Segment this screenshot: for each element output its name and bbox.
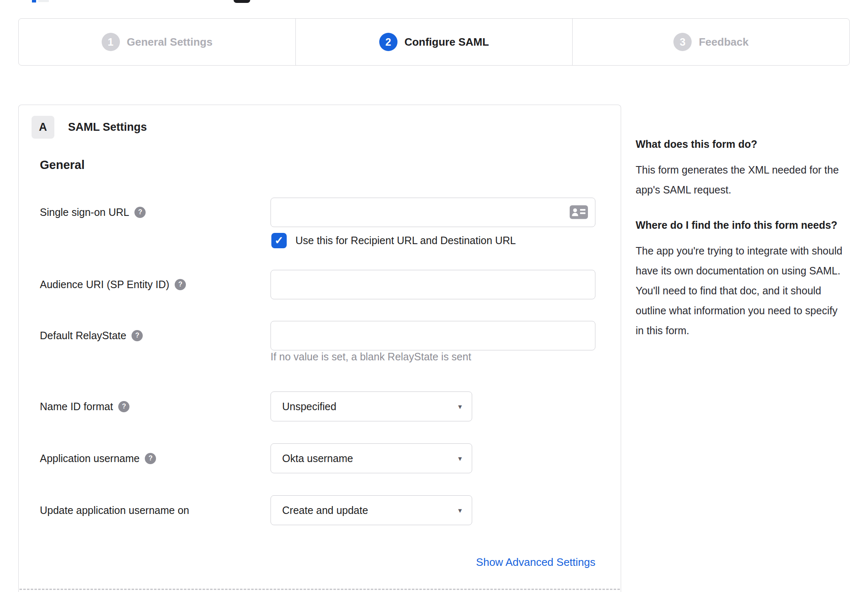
step-1-label: General Settings — [127, 36, 213, 49]
audience-uri-row: Audience URI (SP Entity ID) ? — [40, 269, 595, 299]
sso-url-input[interactable] — [271, 198, 595, 227]
application-username-label: Application username — [40, 453, 139, 465]
application-username-value: Okta username — [282, 453, 353, 465]
help-sidebar: What does this form do? This form genera… — [636, 134, 845, 340]
cutoff-gray-fragment — [38, 0, 49, 2]
application-username-label-wrap: Application username ? — [40, 453, 271, 465]
relay-state-hint: If no value is set, a blank RelayState i… — [271, 351, 471, 363]
relay-state-label-wrap: Default RelayState ? — [40, 330, 271, 342]
sso-url-row: Single sign-on URL ? — [40, 197, 595, 227]
name-id-format-select[interactable]: Unspecified ▼ — [271, 391, 472, 421]
step-configure-saml[interactable]: 2 Configure SAML — [295, 19, 573, 65]
step-1-circle: 1 — [102, 33, 120, 51]
name-id-format-label: Name ID format — [40, 401, 113, 413]
section-dashed-divider — [20, 589, 620, 590]
update-username-value: Create and update — [282, 504, 368, 516]
sidebar-answer-1: This form generates the XML needed for t… — [636, 160, 845, 200]
sso-url-input-wrap — [271, 198, 595, 227]
cutoff-dark-fragment — [234, 0, 250, 3]
audience-uri-input-wrap — [271, 270, 595, 299]
step-feedback[interactable]: 3 Feedback — [572, 19, 849, 65]
relay-state-input[interactable] — [271, 321, 595, 350]
audience-uri-label-wrap: Audience URI (SP Entity ID) ? — [40, 279, 271, 291]
help-icon[interactable]: ? — [134, 207, 146, 218]
saml-settings-panel: A SAML Settings General Single sign-on U… — [18, 105, 621, 592]
contact-card-icon[interactable] — [569, 205, 588, 220]
sso-url-label-wrap: Single sign-on URL ? — [40, 206, 271, 218]
sidebar-question-1: What does this form do? — [636, 134, 845, 154]
step-2-circle: 2 — [379, 33, 397, 51]
sidebar-answer-2: The app you're trying to integrate with … — [636, 241, 845, 340]
application-username-select[interactable]: Okta username ▼ — [271, 443, 472, 473]
page: 1 General Settings 2 Configure SAML 3 Fe… — [0, 0, 868, 592]
sso-url-label: Single sign-on URL — [40, 206, 129, 218]
recipient-url-checkbox-label[interactable]: Use this for Recipient URL and Destinati… — [295, 235, 516, 247]
audience-uri-label: Audience URI (SP Entity ID) — [40, 279, 169, 291]
step-3-label: Feedback — [699, 36, 749, 49]
relay-state-label: Default RelayState — [40, 330, 126, 342]
update-username-label: Update application username on — [40, 504, 189, 516]
name-id-format-label-wrap: Name ID format ? — [40, 401, 271, 413]
general-section-heading: General — [40, 158, 85, 172]
panel-title: SAML Settings — [68, 116, 147, 139]
chevron-down-icon: ▼ — [457, 455, 463, 462]
update-username-row: Update application username on Create an… — [40, 495, 472, 525]
audience-uri-input[interactable] — [271, 270, 595, 299]
help-icon[interactable]: ? — [145, 453, 156, 464]
step-2-label: Configure SAML — [405, 36, 489, 49]
sidebar-question-2: Where do I find the info this form needs… — [636, 215, 845, 235]
show-advanced-settings-link[interactable]: Show Advanced Settings — [476, 556, 595, 569]
name-id-format-row: Name ID format ? Unspecified ▼ — [40, 391, 472, 421]
relay-state-input-wrap — [271, 321, 595, 350]
application-username-row: Application username ? Okta username ▼ — [40, 443, 472, 473]
recipient-url-checkbox[interactable]: ✓ — [271, 233, 287, 248]
chevron-down-icon: ▼ — [457, 507, 463, 514]
wizard-stepper: 1 General Settings 2 Configure SAML 3 Fe… — [18, 18, 850, 66]
recipient-url-checkbox-row: ✓ Use this for Recipient URL and Destina… — [271, 231, 516, 250]
relay-state-row: Default RelayState ? — [40, 320, 595, 350]
cutoff-blue-fragment — [32, 0, 36, 2]
section-a-badge: A — [32, 116, 54, 139]
help-icon[interactable]: ? — [118, 401, 129, 412]
help-icon[interactable]: ? — [175, 279, 186, 290]
update-username-select[interactable]: Create and update ▼ — [271, 495, 472, 525]
update-username-label-wrap: Update application username on — [40, 504, 271, 516]
help-icon[interactable]: ? — [132, 330, 143, 341]
chevron-down-icon: ▼ — [457, 403, 463, 410]
step-3-circle: 3 — [673, 33, 692, 51]
step-general-settings[interactable]: 1 General Settings — [19, 19, 295, 65]
name-id-format-value: Unspecified — [282, 401, 336, 413]
